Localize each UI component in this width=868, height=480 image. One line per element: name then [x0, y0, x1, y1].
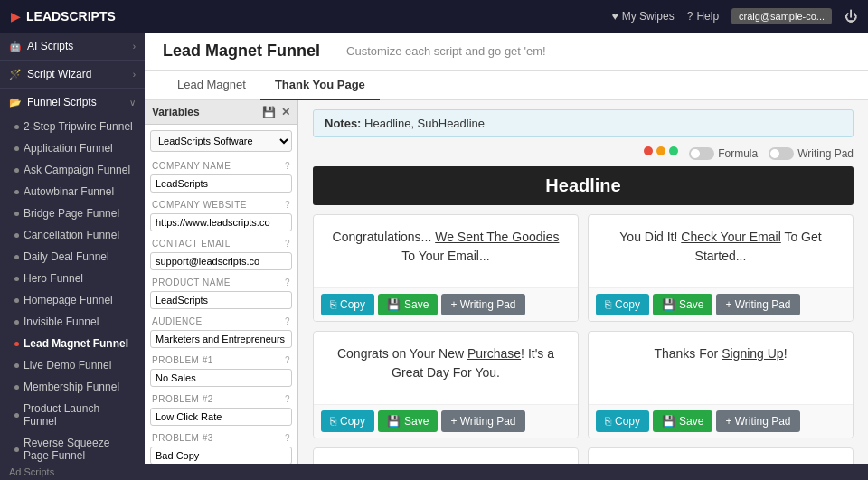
- variables-fields: COMPANY NAME?COMPANY WEBSITE?CONTACT EMA…: [145, 157, 297, 464]
- save-icon: 💾: [662, 298, 675, 311]
- copy-icon: ⎘: [330, 298, 336, 311]
- writing-pad-button[interactable]: + Writing Pad: [716, 410, 799, 432]
- var-section-label: AUDIENCE?: [145, 313, 297, 328]
- cards-grid: Congratulations... We Sent The Goodies T…: [313, 214, 854, 464]
- template-select[interactable]: LeadScripts Software: [150, 130, 292, 152]
- var-field-input[interactable]: [150, 447, 292, 464]
- var-field-input[interactable]: [150, 369, 292, 387]
- copy-icon: ⎘: [605, 415, 611, 428]
- sidebar-item-label: 2-Step Tripwire Funnel: [24, 120, 133, 133]
- var-field-input[interactable]: [150, 252, 292, 270]
- help-link[interactable]: ? Help: [687, 10, 719, 23]
- writing-pad-button[interactable]: + Writing Pad: [716, 294, 799, 315]
- dot-icon: [14, 413, 19, 418]
- top-nav: ▶ LEADSCRIPTS ♥ My Swipes ? Help craig@s…: [0, 0, 868, 33]
- sidebar-funnel-item[interactable]: Bridge Page Funnel: [0, 202, 145, 224]
- var-field-input[interactable]: [150, 330, 292, 348]
- page-title: Lead Magnet Funnel: [163, 42, 320, 61]
- card-body: Congratulations... We Sent The Goodies T…: [314, 215, 578, 287]
- power-button[interactable]: ⏻: [844, 9, 857, 24]
- var-field-input[interactable]: [150, 213, 292, 231]
- save-button[interactable]: 💾Save: [653, 410, 712, 432]
- var-field-input[interactable]: [150, 291, 292, 309]
- var-section-label: PROBLEM #2?: [145, 391, 297, 406]
- sidebar-funnel-item[interactable]: Cancellation Funnel: [0, 224, 145, 246]
- var-field-input[interactable]: [150, 408, 292, 426]
- sidebar-funnel-item[interactable]: Reverse Squeeze Page Funnel: [0, 432, 145, 464]
- sidebar-funnel-item[interactable]: Membership Funnel: [0, 376, 145, 398]
- card-actions: ⎘Copy💾Save+ Writing Pad: [589, 404, 853, 438]
- chevron-icon: ›: [133, 70, 136, 80]
- save-variables-icon[interactable]: 💾: [262, 106, 276, 118]
- sidebar-item-label: Daily Deal Funnel: [24, 250, 109, 263]
- formula-toggle[interactable]: [689, 147, 714, 160]
- sidebar-item-funnel-scripts[interactable]: 📂Funnel Scripts ∨: [0, 89, 145, 116]
- traffic-light-red: [644, 146, 653, 155]
- sidebar-item-label: Lead Magnet Funnel: [24, 337, 128, 350]
- card-body: Thank You For Your Submission!: [314, 448, 578, 464]
- dot-icon: [14, 233, 19, 238]
- dot-icon: [14, 298, 19, 303]
- script-card: Thank You For Your Submission!⎘Copy💾Save…: [313, 447, 579, 464]
- user-badge[interactable]: craig@sample-co...: [731, 8, 832, 24]
- save-icon: 💾: [387, 415, 401, 428]
- sidebar-funnel-item[interactable]: Live Demo Funnel: [0, 354, 145, 376]
- sidebar-item-label: Application Funnel: [24, 142, 113, 155]
- close-variables-icon[interactable]: ✕: [281, 106, 290, 118]
- variables-header: Variables 💾 ✕: [145, 100, 297, 125]
- var-section-label: PROBLEM #1?: [145, 352, 297, 367]
- sidebar-funnel-item[interactable]: Daily Deal Funnel: [0, 246, 145, 268]
- var-section-label: CONTACT EMAIL?: [145, 235, 297, 250]
- sidebar-item-label: Autowbinar Funnel: [24, 185, 114, 198]
- tab-lead-magnet[interactable]: Lead Magnet: [163, 71, 260, 100]
- funnel-scripts-icon: 📂: [9, 97, 22, 108]
- sidebar-funnel-item[interactable]: Hero Funnel: [0, 268, 145, 289]
- dot-icon: [14, 190, 19, 194]
- sidebar-funnel-item[interactable]: Homepage Funnel: [0, 289, 145, 311]
- var-section-label: COMPANY NAME?: [145, 157, 297, 173]
- copy-button[interactable]: ⎘Copy: [596, 294, 649, 315]
- two-panel: Variables 💾 ✕ LeadScripts Software COMPA…: [145, 100, 868, 464]
- sidebar-funnel-item[interactable]: Lead Magnet Funnel: [0, 333, 145, 354]
- var-field-input[interactable]: [150, 174, 292, 193]
- sidebar-funnel-item[interactable]: Ask Campaign Funnel: [0, 159, 145, 181]
- writing-pad-button[interactable]: + Writing Pad: [441, 410, 524, 432]
- card-body: Thanks For Signing Up!: [589, 332, 853, 404]
- writing-pad-toggle[interactable]: [769, 147, 794, 160]
- copy-button[interactable]: ⎘Copy: [596, 410, 649, 432]
- copy-icon: ⎘: [605, 298, 611, 311]
- formula-label: Formula: [718, 147, 758, 160]
- sidebar-item-label: Product Launch Funnel: [24, 402, 136, 428]
- save-button[interactable]: 💾Save: [378, 294, 438, 315]
- status-left: Ad Scripts: [9, 466, 54, 477]
- save-button[interactable]: 💾Save: [653, 294, 712, 315]
- script-area: Notes: Headline, SubHeadline Formula: [298, 100, 868, 464]
- sidebar-funnel-item[interactable]: Autowbinar Funnel: [0, 181, 145, 202]
- script-card: Congratulations... We Sent The Goodies T…: [313, 214, 579, 322]
- sidebar-funnel-item[interactable]: 2-Step Tripwire Funnel: [0, 116, 145, 137]
- tab-thank-you-page[interactable]: Thank You Page: [260, 71, 380, 100]
- sidebar: 🤖AI Scripts › 🪄Script Wizard › 📂Funnel S…: [0, 33, 145, 464]
- script-card: Thanks For Signing Up!⎘Copy💾Save+ Writin…: [588, 331, 854, 438]
- copy-button[interactable]: ⎘Copy: [321, 410, 374, 432]
- dot-icon: [14, 255, 19, 259]
- writing-pad-button[interactable]: + Writing Pad: [441, 294, 524, 315]
- sidebar-section-script-wizard: 🪄Script Wizard ›: [0, 61, 145, 89]
- variables-panel: Variables 💾 ✕ LeadScripts Software COMPA…: [145, 100, 298, 464]
- sidebar-funnel-item[interactable]: Invisible Funnel: [0, 311, 145, 333]
- sidebar-item-script-wizard[interactable]: 🪄Script Wizard ›: [0, 61, 145, 88]
- notes-text: Headline, SubHeadline: [364, 117, 485, 130]
- save-button[interactable]: 💾Save: [378, 410, 438, 432]
- variables-header-icons: 💾 ✕: [262, 106, 290, 118]
- sidebar-item-ai-scripts[interactable]: 🤖AI Scripts ›: [0, 33, 145, 60]
- main-wrapper: 🤖AI Scripts › 🪄Script Wizard › 📂Funnel S…: [0, 33, 868, 464]
- my-swipes-link[interactable]: ♥ My Swipes: [612, 10, 675, 23]
- sidebar-funnel-item[interactable]: Application Funnel: [0, 137, 145, 159]
- dot-icon: [14, 146, 19, 151]
- status-bar: Ad Scripts: [0, 464, 868, 480]
- sidebar-item-label: Reverse Squeeze Page Funnel: [24, 437, 136, 462]
- content-area: Lead Magnet Funnel — Customize each scri…: [145, 33, 868, 464]
- notes-label: Notes:: [325, 117, 361, 130]
- copy-button[interactable]: ⎘Copy: [321, 294, 374, 315]
- sidebar-funnel-item[interactable]: Product Launch Funnel: [0, 398, 145, 432]
